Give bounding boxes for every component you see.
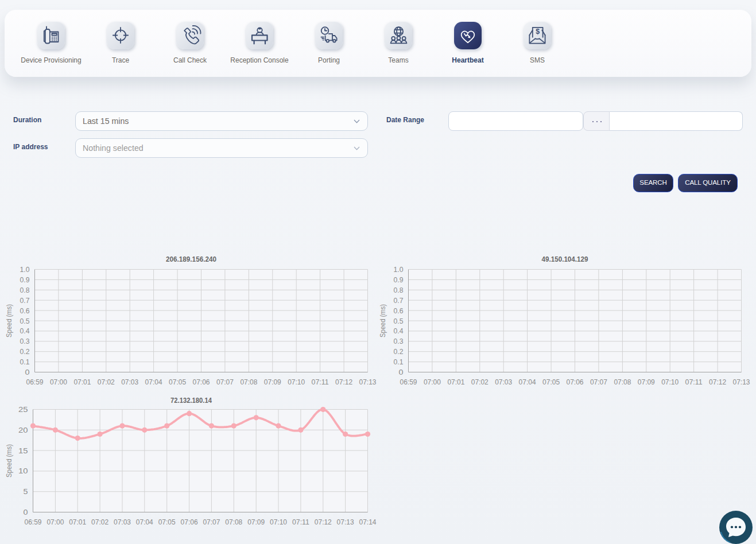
svg-text:0.7: 0.7 [394, 296, 404, 305]
svg-text:Speed (ms): Speed (ms) [5, 304, 13, 337]
svg-text:0.7: 0.7 [20, 296, 30, 305]
svg-text:0: 0 [24, 508, 28, 516]
svg-text:5: 5 [24, 487, 28, 496]
svg-text:07:07: 07:07 [203, 518, 220, 526]
svg-text:0: 0 [25, 368, 30, 376]
svg-text:07:00: 07:00 [424, 378, 441, 386]
svg-text:07:02: 07:02 [91, 518, 108, 526]
svg-text:0.2: 0.2 [394, 347, 404, 356]
svg-text:07:13: 07:13 [337, 518, 354, 526]
svg-text:07:03: 07:03 [121, 378, 138, 386]
svg-text:07:12: 07:12 [315, 518, 332, 526]
svg-text:07:00: 07:00 [50, 378, 67, 386]
svg-text:0.8: 0.8 [20, 286, 30, 294]
svg-text:07:01: 07:01 [447, 378, 464, 386]
svg-text:07:03: 07:03 [114, 518, 131, 526]
svg-text:07:14: 07:14 [359, 518, 377, 526]
svg-text:07:06: 07:06 [193, 378, 210, 386]
svg-text:07:02: 07:02 [471, 378, 489, 386]
svg-text:0.3: 0.3 [20, 337, 30, 345]
svg-text:0.5: 0.5 [394, 317, 404, 325]
svg-text:07:12: 07:12 [709, 378, 726, 386]
svg-text:07:06: 07:06 [567, 378, 584, 386]
svg-text:07:07: 07:07 [590, 378, 607, 386]
svg-text:Speed (ms): Speed (ms) [378, 304, 387, 337]
svg-text:0.3: 0.3 [394, 337, 404, 345]
svg-text:1.0: 1.0 [394, 265, 404, 274]
svg-text:07:00: 07:00 [46, 518, 64, 526]
svg-text:07:10: 07:10 [270, 518, 287, 526]
svg-text:07:11: 07:11 [312, 378, 329, 386]
svg-text:06:59: 06:59 [25, 518, 42, 526]
svg-text:07:09: 07:09 [638, 378, 655, 386]
svg-text:07:08: 07:08 [614, 378, 631, 386]
svg-text:0.1: 0.1 [394, 358, 404, 366]
svg-text:07:03: 07:03 [495, 378, 512, 386]
svg-text:206.189.156.240: 206.189.156.240 [166, 255, 216, 263]
svg-text:15: 15 [18, 446, 28, 455]
svg-text:0.6: 0.6 [394, 306, 404, 315]
svg-text:72.132.180.14: 72.132.180.14 [170, 396, 212, 405]
svg-text:0.6: 0.6 [20, 306, 30, 315]
svg-text:10: 10 [18, 467, 28, 475]
svg-text:0.4: 0.4 [20, 327, 30, 335]
svg-text:07:09: 07:09 [264, 378, 281, 386]
svg-text:20: 20 [18, 426, 28, 434]
svg-text:07:10: 07:10 [661, 378, 679, 386]
svg-text:0.2: 0.2 [20, 347, 30, 356]
svg-text:0.9: 0.9 [394, 275, 404, 284]
svg-text:07:13: 07:13 [733, 378, 750, 386]
svg-text:07:05: 07:05 [542, 378, 560, 386]
svg-text:07:05: 07:05 [169, 378, 186, 386]
svg-text:07:04: 07:04 [145, 378, 162, 386]
svg-text:0.1: 0.1 [20, 358, 30, 366]
svg-text:07:06: 07:06 [181, 518, 198, 526]
svg-text:07:07: 07:07 [216, 378, 234, 386]
svg-text:07:08: 07:08 [240, 378, 257, 386]
svg-text:07:01: 07:01 [69, 518, 86, 526]
svg-text:07:09: 07:09 [247, 518, 265, 526]
svg-text:25: 25 [18, 405, 28, 414]
svg-text:07:01: 07:01 [73, 378, 91, 386]
svg-text:0: 0 [399, 368, 404, 376]
svg-text:06:59: 06:59 [400, 378, 417, 386]
svg-text:0.4: 0.4 [394, 327, 404, 335]
svg-text:07:04: 07:04 [519, 378, 536, 386]
svg-text:07:11: 07:11 [685, 378, 703, 386]
svg-text:07:08: 07:08 [225, 518, 242, 526]
svg-text:07:10: 07:10 [288, 378, 305, 386]
svg-text:0.8: 0.8 [394, 286, 404, 294]
svg-text:49.150.104.129: 49.150.104.129 [542, 255, 588, 263]
svg-text:07:11: 07:11 [292, 518, 309, 526]
svg-text:1.0: 1.0 [20, 265, 30, 274]
svg-text:06:59: 06:59 [26, 378, 44, 386]
svg-text:$: $ [536, 28, 540, 36]
svg-text:07:04: 07:04 [136, 518, 153, 526]
svg-text:Speed (ms): Speed (ms) [5, 444, 13, 477]
svg-text:07:12: 07:12 [335, 378, 352, 386]
svg-text:07:02: 07:02 [98, 378, 115, 386]
svg-text:0.9: 0.9 [20, 275, 30, 284]
svg-text:0.5: 0.5 [20, 317, 30, 325]
svg-text:07:05: 07:05 [158, 518, 176, 526]
